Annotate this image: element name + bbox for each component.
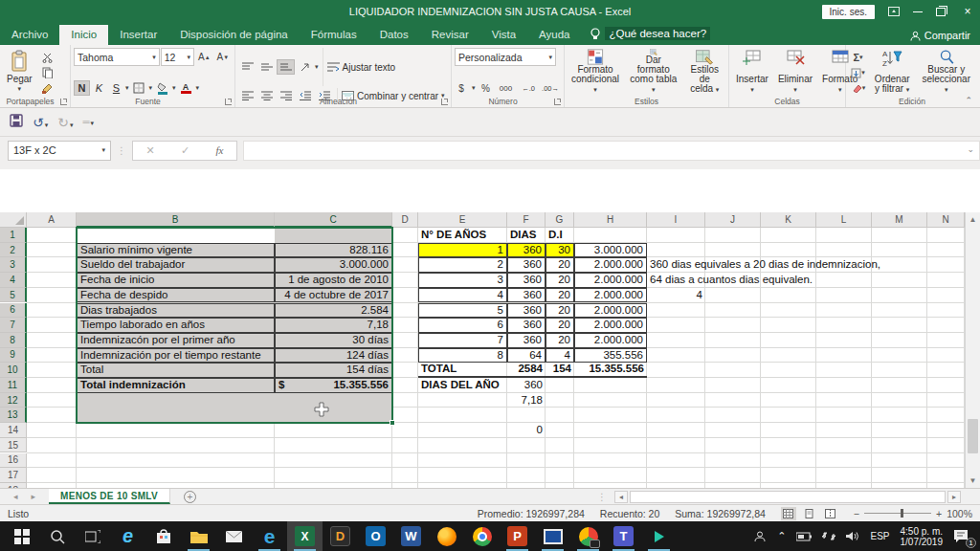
battery-icon[interactable] <box>796 532 812 541</box>
cell-B8[interactable]: Indemnizacón por el primer año <box>77 333 275 348</box>
row-header-3[interactable]: 3 <box>0 257 27 273</box>
cell-C9[interactable]: 124 días <box>275 348 392 364</box>
powerpoint-button[interactable]: P <box>500 521 535 551</box>
decrease-font-icon[interactable]: A▼ <box>214 50 233 65</box>
currency-button[interactable]: $ <box>455 80 468 96</box>
tab-ayuda[interactable]: Ayuda <box>527 25 581 45</box>
cell-F3[interactable]: 360 <box>507 257 546 273</box>
cell-H5[interactable]: 2.000.000 <box>574 288 647 303</box>
sheet-tab[interactable]: MENOS DE 10 SMLV <box>49 489 170 504</box>
insert-cells-button[interactable]: Insertar▾ <box>732 48 772 96</box>
cell-C2[interactable]: 828.116 <box>275 243 392 258</box>
copy-button[interactable] <box>38 65 56 80</box>
cell-F6[interactable]: 360 <box>507 303 546 319</box>
tab-disposici-n-de-p-gina[interactable]: Disposición de página <box>168 25 300 45</box>
col-header-A[interactable]: A <box>27 212 77 228</box>
word-button[interactable]: W <box>393 521 429 551</box>
vertical-scroll-thumb[interactable] <box>968 419 978 453</box>
internet-explorer-button[interactable]: e <box>110 521 145 551</box>
row-header-9[interactable]: 9 <box>0 348 27 364</box>
scroll-up-icon[interactable]: ▲ <box>966 212 980 227</box>
hidden-icons-chevron[interactable]: ⌃ <box>777 530 786 542</box>
portapapeles-dialog-launcher[interactable] <box>60 99 67 105</box>
borders-button[interactable] <box>130 80 148 96</box>
row-header-7[interactable]: 7 <box>0 318 27 333</box>
start-button[interactable] <box>4 521 39 551</box>
cell-H8[interactable]: 2.000.000 <box>574 333 647 348</box>
cell-G8[interactable]: 20 <box>546 333 574 348</box>
format-as-table-button[interactable]: Dar formato como tabla ▾ <box>625 48 681 96</box>
format-painter-button[interactable] <box>38 80 56 96</box>
vertical-scrollbar[interactable]: ▲ ▼ <box>965 212 980 488</box>
wrap-text-button[interactable]: Ajustar texto <box>327 62 396 73</box>
cell-H3[interactable]: 2.000.000 <box>574 257 647 273</box>
cell-E3[interactable]: 2 <box>418 257 507 273</box>
cell-B7[interactable]: Tiempo laborado en años <box>77 318 275 333</box>
currency-dropdown-icon[interactable]: ▾ <box>472 84 476 92</box>
cell-F8[interactable]: 360 <box>507 333 546 348</box>
clear-button[interactable]: ▾ <box>849 80 867 96</box>
conditional-formatting-button[interactable]: Formato condicional ▾ <box>568 48 623 96</box>
align-top-icon[interactable] <box>238 59 256 75</box>
cell-styles-button[interactable]: Estilos de celda ▾ <box>684 48 725 96</box>
cell-E4[interactable]: 3 <box>418 273 507 288</box>
col-header-N[interactable]: N <box>927 212 965 228</box>
tab-datos[interactable]: Datos <box>368 25 420 45</box>
clock[interactable]: 4:50 p. m. 1/07/2019 <box>901 526 944 547</box>
insert-function-icon[interactable]: fx <box>215 144 223 156</box>
row-header-10[interactable]: 10 <box>0 363 27 378</box>
cell-E2[interactable]: 1 <box>418 243 507 258</box>
screen-recorder-button[interactable] <box>570 521 606 551</box>
numero-dialog-launcher[interactable] <box>554 99 561 105</box>
cell-E10[interactable]: TOTAL <box>418 363 507 378</box>
row-header-12[interactable]: 12 <box>0 393 27 408</box>
scroll-right-icon[interactable]: ▸ <box>947 491 961 503</box>
microsoft-store-button[interactable] <box>145 521 181 551</box>
cell-G1[interactable]: D.I <box>546 228 574 243</box>
cell-H7[interactable]: 2.000.000 <box>574 318 647 333</box>
row-header-8[interactable]: 8 <box>0 333 27 348</box>
col-header-K[interactable]: K <box>761 212 816 228</box>
cell-F5[interactable]: 360 <box>507 288 546 303</box>
cell-H10[interactable]: 15.355.556 <box>574 363 647 378</box>
cell-E8[interactable]: 7 <box>418 333 507 348</box>
teams-button[interactable]: T <box>606 521 641 551</box>
cell-E9[interactable]: 8 <box>418 348 507 364</box>
tab-insertar[interactable]: Insertar <box>108 25 168 45</box>
col-header-B[interactable]: B <box>77 212 275 228</box>
select-all-corner[interactable] <box>0 212 27 228</box>
cell-C11[interactable]: $15.355.556 <box>275 378 392 393</box>
orientation-button[interactable] <box>296 59 314 75</box>
cell-E7[interactable]: 6 <box>418 318 507 333</box>
col-header-F[interactable]: F <box>507 212 546 228</box>
outlook-button[interactable]: O <box>358 521 393 551</box>
undo-icon[interactable]: ↺▾ <box>33 115 48 130</box>
cell-G6[interactable]: 20 <box>546 303 574 319</box>
row-header-2[interactable]: 2 <box>0 243 27 258</box>
scroll-down-icon[interactable]: ▼ <box>966 474 980 488</box>
cut-button[interactable] <box>38 50 56 65</box>
alineacion-dialog-launcher[interactable] <box>441 99 448 105</box>
cell-B10[interactable]: Total <box>77 363 275 378</box>
find-select-button[interactable]: Buscar y seleccionar ▾ <box>917 48 975 96</box>
cell-G2[interactable]: 30 <box>546 243 574 258</box>
cell-E11[interactable]: DIAS DEL AÑO <box>418 378 507 393</box>
cell-G4[interactable]: 20 <box>546 273 574 288</box>
row-header-14[interactable]: 14 <box>0 423 27 438</box>
cell-G9[interactable]: 4 <box>546 348 574 364</box>
restore-icon[interactable] <box>936 8 946 16</box>
collapse-ribbon-icon[interactable]: ⌃ <box>965 96 972 105</box>
cell-C8[interactable]: 30 días <box>275 333 392 348</box>
fill-color-dropdown-icon[interactable]: ▾ <box>172 84 176 92</box>
zoom-slider-thumb[interactable] <box>901 509 903 518</box>
cell-F12[interactable]: 7,18 <box>507 393 546 408</box>
sharex-button[interactable] <box>641 521 677 551</box>
cell-F14[interactable]: 0 <box>507 423 546 438</box>
row-header-4[interactable]: 4 <box>0 273 27 288</box>
sheet-nav-left-icon[interactable]: ◂ <box>13 492 18 501</box>
mail-button[interactable] <box>216 521 252 551</box>
cell-H2[interactable]: 3.000.000 <box>574 243 647 258</box>
cell-B6[interactable]: Dias trabajados <box>77 303 275 319</box>
cell-G3[interactable]: 20 <box>546 257 574 273</box>
col-header-J[interactable]: J <box>705 212 761 228</box>
